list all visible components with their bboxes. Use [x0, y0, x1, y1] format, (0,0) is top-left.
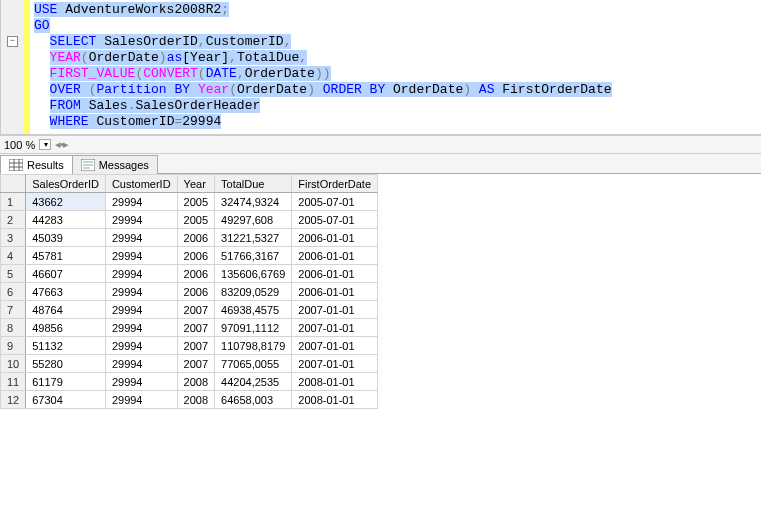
cell[interactable]: 77065,0055: [215, 355, 292, 373]
code-area[interactable]: USE AdventureWorks2008R2;GO SELECT Sales…: [30, 0, 761, 134]
cell[interactable]: 2005: [177, 211, 214, 229]
cell[interactable]: 61179: [26, 373, 106, 391]
row-number[interactable]: 11: [1, 373, 26, 391]
table-row[interactable]: 116117929994200844204,25352008-01-01: [1, 373, 378, 391]
cell[interactable]: 2007: [177, 337, 214, 355]
cell[interactable]: 51766,3167: [215, 247, 292, 265]
row-header-blank[interactable]: [1, 175, 26, 193]
cell[interactable]: 67304: [26, 391, 106, 409]
cell[interactable]: 29994: [105, 283, 177, 301]
cell[interactable]: 83209,0529: [215, 283, 292, 301]
cell[interactable]: 32474,9324: [215, 193, 292, 211]
cell[interactable]: 48764: [26, 301, 106, 319]
cell[interactable]: 44283: [26, 211, 106, 229]
cell[interactable]: 51132: [26, 337, 106, 355]
table-row[interactable]: 951132299942007110798,81792007-01-01: [1, 337, 378, 355]
cell[interactable]: 29994: [105, 373, 177, 391]
row-number[interactable]: 4: [1, 247, 26, 265]
code-line[interactable]: GO: [34, 18, 757, 34]
cell[interactable]: 2007-01-01: [292, 337, 378, 355]
column-header[interactable]: TotalDue: [215, 175, 292, 193]
table-row[interactable]: 64766329994200683209,05292006-01-01: [1, 283, 378, 301]
cell[interactable]: 2006-01-01: [292, 283, 378, 301]
table-row[interactable]: 126730429994200864658,0032008-01-01: [1, 391, 378, 409]
tab-results[interactable]: Results: [0, 155, 73, 174]
cell[interactable]: 45781: [26, 247, 106, 265]
cell[interactable]: 44204,2535: [215, 373, 292, 391]
cell[interactable]: 2008: [177, 373, 214, 391]
code-line[interactable]: OVER (Partition BY Year(OrderDate) ORDER…: [34, 82, 757, 98]
cell[interactable]: 2008-01-01: [292, 391, 378, 409]
cell[interactable]: 29994: [105, 211, 177, 229]
cell[interactable]: 45039: [26, 229, 106, 247]
cell[interactable]: 29994: [105, 229, 177, 247]
table-row[interactable]: 14366229994200532474,93242005-07-01: [1, 193, 378, 211]
row-number[interactable]: 3: [1, 229, 26, 247]
cell[interactable]: 2006-01-01: [292, 247, 378, 265]
row-number[interactable]: 5: [1, 265, 26, 283]
cell[interactable]: 2008-01-01: [292, 373, 378, 391]
cell[interactable]: 49297,608: [215, 211, 292, 229]
cell[interactable]: 2007: [177, 301, 214, 319]
code-line[interactable]: WHERE CustomerID=29994: [34, 114, 757, 130]
scroll-grip-icon[interactable]: ◂▪▸: [55, 138, 68, 151]
cell[interactable]: 2006-01-01: [292, 265, 378, 283]
cell[interactable]: 97091,1112: [215, 319, 292, 337]
cell[interactable]: 2007-01-01: [292, 355, 378, 373]
column-header[interactable]: SalesOrderID: [26, 175, 106, 193]
row-number[interactable]: 1: [1, 193, 26, 211]
cell[interactable]: 29994: [105, 391, 177, 409]
results-grid[interactable]: SalesOrderIDCustomerIDYearTotalDueFirstO…: [0, 174, 378, 409]
collapse-toggle[interactable]: −: [7, 36, 18, 47]
cell[interactable]: 2008: [177, 391, 214, 409]
code-line[interactable]: FROM Sales.SalesOrderHeader: [34, 98, 757, 114]
cell[interactable]: 31221,5327: [215, 229, 292, 247]
table-row[interactable]: 34503929994200631221,53272006-01-01: [1, 229, 378, 247]
row-number[interactable]: 9: [1, 337, 26, 355]
cell[interactable]: 55280: [26, 355, 106, 373]
cell[interactable]: 49856: [26, 319, 106, 337]
column-header[interactable]: Year: [177, 175, 214, 193]
cell[interactable]: 2007: [177, 355, 214, 373]
cell[interactable]: 29994: [105, 301, 177, 319]
table-row[interactable]: 24428329994200549297,6082005-07-01: [1, 211, 378, 229]
table-row[interactable]: 105528029994200777065,00552007-01-01: [1, 355, 378, 373]
table-row[interactable]: 74876429994200746938,45752007-01-01: [1, 301, 378, 319]
cell[interactable]: 43662: [26, 193, 106, 211]
cell[interactable]: 64658,003: [215, 391, 292, 409]
code-line[interactable]: USE AdventureWorks2008R2;: [34, 2, 757, 18]
cell[interactable]: 2005: [177, 193, 214, 211]
cell[interactable]: 2006-01-01: [292, 229, 378, 247]
cell[interactable]: 2006: [177, 229, 214, 247]
cell[interactable]: 2005-07-01: [292, 193, 378, 211]
zoom-dropdown[interactable]: ▾: [39, 139, 51, 150]
row-number[interactable]: 10: [1, 355, 26, 373]
code-line[interactable]: FIRST_VALUE(CONVERT(DATE,OrderDate)): [34, 66, 757, 82]
cell[interactable]: 29994: [105, 337, 177, 355]
cell[interactable]: 110798,8179: [215, 337, 292, 355]
cell[interactable]: 2007-01-01: [292, 301, 378, 319]
cell[interactable]: 46938,4575: [215, 301, 292, 319]
cell[interactable]: 47663: [26, 283, 106, 301]
cell[interactable]: 2006: [177, 283, 214, 301]
tab-messages[interactable]: Messages: [72, 155, 158, 174]
table-row[interactable]: 546607299942006135606,67692006-01-01: [1, 265, 378, 283]
cell[interactable]: 29994: [105, 247, 177, 265]
cell[interactable]: 135606,6769: [215, 265, 292, 283]
cell[interactable]: 2005-07-01: [292, 211, 378, 229]
cell[interactable]: 2006: [177, 265, 214, 283]
row-number[interactable]: 8: [1, 319, 26, 337]
column-header[interactable]: FirstOrderDate: [292, 175, 378, 193]
row-number[interactable]: 2: [1, 211, 26, 229]
cell[interactable]: 2006: [177, 247, 214, 265]
cell[interactable]: 46607: [26, 265, 106, 283]
row-number[interactable]: 7: [1, 301, 26, 319]
cell[interactable]: 2007-01-01: [292, 319, 378, 337]
column-header[interactable]: CustomerID: [105, 175, 177, 193]
cell[interactable]: 2007: [177, 319, 214, 337]
code-line[interactable]: YEAR(OrderDate)as[Year],TotalDue,: [34, 50, 757, 66]
table-row[interactable]: 44578129994200651766,31672006-01-01: [1, 247, 378, 265]
cell[interactable]: 29994: [105, 319, 177, 337]
cell[interactable]: 29994: [105, 355, 177, 373]
cell[interactable]: 29994: [105, 193, 177, 211]
